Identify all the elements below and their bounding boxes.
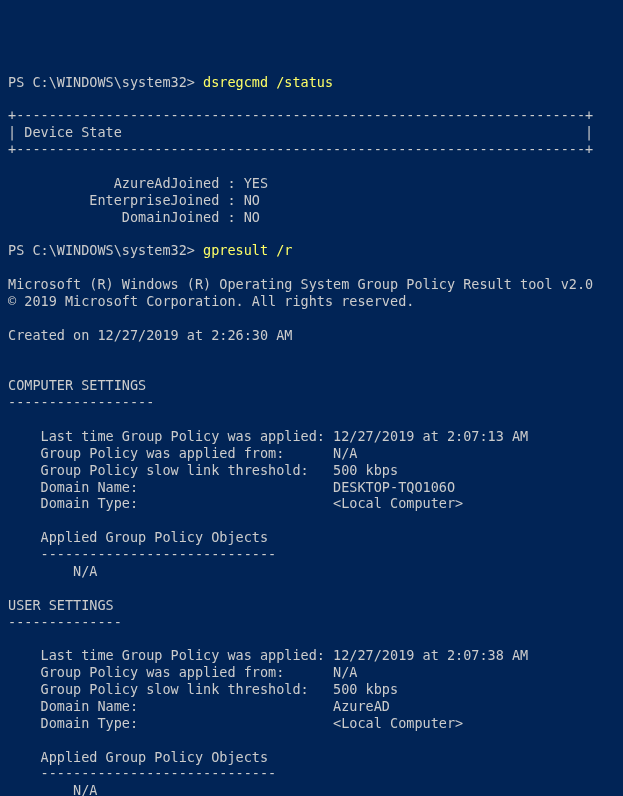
user-settings-title: USER SETTINGS	[8, 597, 114, 613]
user-domain-name: Domain Name: AzureAD	[8, 698, 390, 714]
device-state-rule-top: +---------------------------------------…	[8, 107, 593, 123]
azure-ad-joined: AzureAdJoined : YES	[8, 175, 268, 191]
user-gpo-title: Applied Group Policy Objects	[8, 749, 268, 765]
comp-applied-from: Group Policy was applied from: N/A	[8, 445, 358, 461]
comp-last-applied: Last time Group Policy was applied: 12/2…	[8, 428, 528, 444]
device-state-title: | Device State |	[8, 124, 593, 140]
comp-domain-type: Domain Type: <Local Computer>	[8, 495, 463, 511]
user-applied-from: Group Policy was applied from: N/A	[8, 664, 358, 680]
comp-gpo-title: Applied Group Policy Objects	[8, 529, 268, 545]
comp-gpo-na: N/A	[8, 563, 97, 579]
user-gpo-na: N/A	[8, 782, 97, 796]
ps-prompt-1: PS C:\WINDOWS\system32>	[8, 74, 203, 90]
command-gpresult: gpresult /r	[203, 242, 292, 258]
computer-settings-title: COMPUTER SETTINGS	[8, 377, 146, 393]
user-slow-link: Group Policy slow link threshold: 500 kb…	[8, 681, 398, 697]
gpresult-banner-2: © 2019 Microsoft Corporation. All rights…	[8, 293, 414, 309]
command-dsregcmd: dsregcmd /status	[203, 74, 333, 90]
device-state-rule-bot: +---------------------------------------…	[8, 141, 593, 157]
gpresult-created: Created on ‎12/‎27/‎2019 at 2:26:30 AM	[8, 327, 292, 343]
user-domain-type: Domain Type: <Local Computer>	[8, 715, 463, 731]
gpresult-banner-1: Microsoft (R) Windows (R) Operating Syst…	[8, 276, 593, 292]
user-gpo-rule: -----------------------------	[8, 765, 276, 781]
comp-slow-link: Group Policy slow link threshold: 500 kb…	[8, 462, 398, 478]
user-settings-rule: --------------	[8, 614, 122, 630]
domain-joined: DomainJoined : NO	[8, 209, 260, 225]
ps-prompt-2: PS C:\WINDOWS\system32>	[8, 242, 203, 258]
user-last-applied: Last time Group Policy was applied: 12/2…	[8, 647, 528, 663]
enterprise-joined: EnterpriseJoined : NO	[8, 192, 260, 208]
comp-gpo-rule: -----------------------------	[8, 546, 276, 562]
computer-settings-rule: ------------------	[8, 394, 154, 410]
comp-domain-name: Domain Name: DESKTOP-TQO106O	[8, 479, 455, 495]
